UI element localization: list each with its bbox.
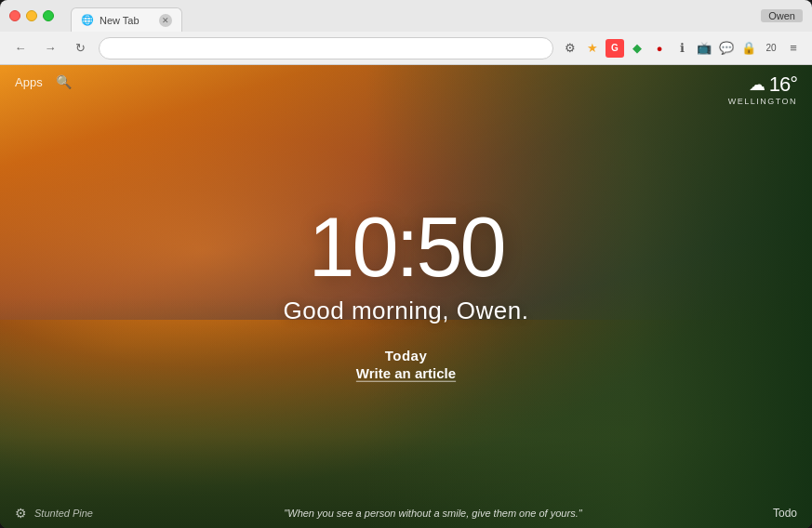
bottom-bar: ⚙ Stunted Pine "When you see a person wi… bbox=[0, 498, 812, 528]
extension-icon-5[interactable]: 💬 bbox=[717, 39, 736, 58]
todo-link[interactable]: Todo bbox=[773, 507, 797, 520]
minimize-button[interactable] bbox=[26, 10, 37, 21]
user-badge: Owen bbox=[761, 9, 803, 22]
weather-temp-row: ☁ 16° bbox=[749, 73, 797, 97]
search-icon[interactable]: 🔍 bbox=[56, 74, 72, 89]
reload-button[interactable]: ↻ bbox=[69, 37, 91, 59]
greeting-text: Good morning, Owen. bbox=[284, 297, 529, 325]
tab-favicon: 🌐 bbox=[81, 14, 94, 26]
tab-title: New Tab bbox=[100, 15, 140, 26]
traffic-lights bbox=[9, 10, 54, 21]
weather-icon: ☁ bbox=[749, 74, 765, 95]
grammarly-icon[interactable]: G bbox=[606, 39, 624, 58]
forward-button[interactable]: → bbox=[39, 37, 61, 59]
page-nav: Apps 🔍 bbox=[0, 65, 812, 99]
weather-widget: ☁ 16° WELLINGTON bbox=[728, 73, 797, 106]
nav-bar: ← → ↻ ⚙ ★ G ◆ ● ℹ 📺 💬 🔒 20 ≡ bbox=[0, 32, 812, 65]
active-tab[interactable]: 🌐 New Tab ✕ bbox=[71, 7, 182, 32]
menu-icon[interactable]: ≡ bbox=[784, 39, 803, 58]
apps-link[interactable]: Apps bbox=[15, 75, 43, 89]
title-bar: 🌐 New Tab ✕ Owen bbox=[0, 0, 812, 32]
address-bar[interactable] bbox=[99, 37, 553, 59]
extension-icon-6[interactable]: 🔒 bbox=[739, 39, 758, 58]
new-tab-page: Apps 🔍 ☁ 16° WELLINGTON 10:50 Good morni… bbox=[0, 65, 812, 528]
weather-temperature: 16° bbox=[769, 73, 797, 97]
quote-text: "When you see a person without a smile, … bbox=[93, 508, 773, 519]
extension-icon-2[interactable]: ◆ bbox=[628, 39, 646, 58]
close-button[interactable] bbox=[9, 10, 20, 21]
clock-display: 10:50 bbox=[284, 205, 529, 289]
focus-label: Today bbox=[284, 348, 529, 363]
browser-frame: 🌐 New Tab ✕ Owen ← → ↻ ⚙ ★ G ◆ ● ℹ 📺 💬 🔒… bbox=[0, 0, 812, 528]
extension-icon-1[interactable]: ⚙ bbox=[561, 39, 579, 58]
maximize-button[interactable] bbox=[43, 10, 54, 21]
extension-icon-7[interactable]: 20 bbox=[762, 39, 780, 58]
back-button[interactable]: ← bbox=[9, 37, 32, 59]
extension-icon-3[interactable]: ℹ bbox=[672, 39, 691, 58]
focus-task[interactable]: Write an article bbox=[284, 365, 529, 381]
photo-credit: Stunted Pine bbox=[34, 508, 93, 519]
weather-location: WELLINGTON bbox=[728, 97, 797, 106]
settings-icon[interactable]: ⚙ bbox=[15, 506, 27, 521]
tab-close-button[interactable]: ✕ bbox=[159, 14, 172, 27]
bookmark-star-icon[interactable]: ★ bbox=[583, 39, 602, 58]
center-content: 10:50 Good morning, Owen. Today Write an… bbox=[284, 205, 529, 381]
lastpass-icon[interactable]: ● bbox=[650, 39, 669, 58]
tab-bar: 🌐 New Tab ✕ bbox=[71, 0, 753, 32]
toolbar-icons: ⚙ ★ G ◆ ● ℹ 📺 💬 🔒 20 ≡ bbox=[561, 39, 803, 58]
extension-icon-4[interactable]: 📺 bbox=[695, 39, 713, 58]
focus-section: Today Write an article bbox=[284, 348, 529, 381]
